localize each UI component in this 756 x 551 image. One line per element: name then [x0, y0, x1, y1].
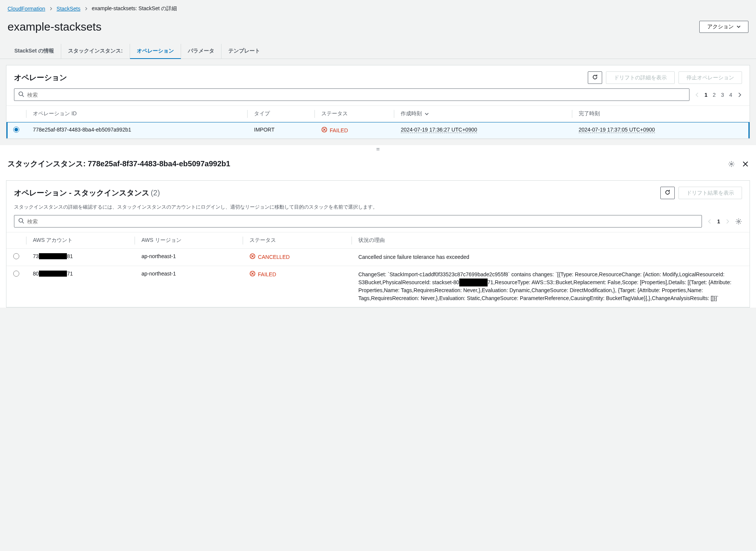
- instance-row[interactable]: 73XXXXXXXX81 ap-northeast-1 CANCELLED: [6, 249, 750, 266]
- svg-line-5: [22, 222, 24, 223]
- reason-value: Cancelled since failure tolerance has ex…: [352, 249, 750, 266]
- instances-subtext: スタックインスタンスの詳細を確認するには、スタックインスタンスのアカウントにログ…: [6, 204, 750, 215]
- instances-pagination: 1: [707, 218, 730, 224]
- operations-pagination: 1 2 3 4: [695, 92, 742, 98]
- instances-table: AWS アカウント AWS リージョン ステータス 状況の理由 73XXXXXX…: [6, 232, 750, 307]
- operations-title: オペレーション: [14, 73, 67, 83]
- error-icon: [249, 253, 256, 260]
- instances-search-input[interactable]: [14, 215, 702, 228]
- end-time-value: 2024-07-19 17:37:05 UTC+0900: [579, 127, 655, 133]
- svg-point-6: [738, 220, 739, 222]
- breadcrumb: CloudFormation StackSets example-stackse…: [0, 0, 756, 17]
- operation-row[interactable]: 778e25af-8f37-4483-8ba4-eb5097a992b1 IMP…: [6, 122, 750, 139]
- refresh-icon: [592, 74, 598, 81]
- col-region[interactable]: AWS リージョン: [135, 232, 243, 249]
- tab-stackset-info[interactable]: StackSet の情報: [8, 44, 61, 59]
- svg-point-3: [731, 163, 732, 164]
- actions-dropdown-button[interactable]: アクション: [699, 21, 748, 33]
- refresh-button[interactable]: [588, 71, 602, 84]
- breadcrumb-stacksets[interactable]: StackSets: [57, 6, 81, 12]
- show-drift-results-button[interactable]: ドリフト結果を表示: [679, 187, 742, 199]
- status-badge: FAILED: [321, 127, 348, 134]
- row-radio[interactable]: [13, 253, 19, 259]
- refresh-instances-button[interactable]: [660, 187, 675, 199]
- col-account[interactable]: AWS アカウント: [26, 232, 135, 249]
- sort-desc-icon: [425, 112, 429, 116]
- row-radio[interactable]: [13, 271, 19, 277]
- col-reason[interactable]: 状況の理由: [352, 232, 750, 249]
- col-end-time[interactable]: 完了時刻: [572, 106, 750, 122]
- search-icon: [18, 91, 24, 98]
- svg-line-1: [22, 95, 24, 97]
- instance-row[interactable]: 80XXXXXXXX71 ap-northeast-1 FAILED: [6, 266, 750, 307]
- status-badge: CANCELLED: [249, 253, 290, 260]
- page-title: example-stacksets: [8, 20, 101, 33]
- prev-page-button[interactable]: [707, 219, 712, 224]
- chevron-right-icon: [84, 6, 88, 12]
- col-operation-id[interactable]: オペレーション ID: [26, 106, 247, 122]
- region-value: ap-northeast-1: [135, 266, 243, 307]
- reason-value: ChangeSet: `StackImport-c1addf0f33523c87…: [352, 266, 750, 307]
- page-3[interactable]: 3: [721, 92, 724, 98]
- tab-operations[interactable]: オペレーション: [130, 44, 181, 59]
- page-1[interactable]: 1: [717, 218, 720, 224]
- detail-title: スタックインスタンス: 778e25af-8f37-4483-8ba4-eb50…: [8, 159, 230, 169]
- region-value: ap-northeast-1: [135, 249, 243, 266]
- pane-resize-handle[interactable]: =: [0, 145, 756, 153]
- tabs: StackSet の情報 スタックインスタンス: オペレーション パラメータ テ…: [0, 44, 756, 59]
- prev-page-button[interactable]: [695, 92, 699, 98]
- next-page-button[interactable]: [737, 92, 742, 98]
- show-drift-button[interactable]: ドリフトの詳細を表示: [606, 71, 675, 84]
- page-1[interactable]: 1: [705, 92, 708, 98]
- error-icon: [321, 127, 327, 134]
- tab-stack-instances[interactable]: スタックインスタンス:: [61, 44, 130, 59]
- settings-icon[interactable]: [735, 218, 742, 225]
- instances-panel: オペレーション - スタックインスタンス (2) ドリフト結果を表示 スタックイ…: [6, 180, 750, 308]
- svg-point-4: [19, 218, 23, 222]
- operations-search-input[interactable]: [14, 88, 689, 101]
- error-icon: [249, 271, 256, 278]
- select-col: [6, 106, 26, 122]
- detail-pane: スタックインスタンス: 778e25af-8f37-4483-8ba4-eb50…: [0, 153, 756, 308]
- operation-type-value: IMPORT: [247, 122, 314, 139]
- instances-count: (2): [151, 189, 160, 197]
- caret-down-icon: [737, 24, 741, 30]
- tab-template[interactable]: テンプレート: [222, 44, 267, 59]
- operations-panel: オペレーション ドリフトの詳細を表示 停止オペレーション: [6, 65, 750, 139]
- create-time-value: 2024-07-19 17:36:27 UTC+0900: [401, 127, 477, 133]
- page-4[interactable]: 4: [729, 92, 732, 98]
- row-radio[interactable]: [13, 127, 19, 133]
- col-create-time[interactable]: 作成時刻: [394, 106, 572, 122]
- breadcrumb-current: example-stacksets: StackSet の詳細: [92, 5, 177, 12]
- account-value: 80XXXXXXXX71: [26, 266, 135, 307]
- operation-id-value: 778e25af-8f37-4483-8ba4-eb5097a992b1: [33, 127, 131, 133]
- account-value: 73XXXXXXXX81: [26, 249, 135, 266]
- next-page-button[interactable]: [725, 219, 730, 224]
- col-type[interactable]: タイプ: [247, 106, 314, 122]
- tab-parameters[interactable]: パラメータ: [181, 44, 222, 59]
- instances-title: オペレーション - スタックインスタンス: [14, 189, 149, 197]
- svg-point-0: [19, 92, 23, 96]
- operations-table: オペレーション ID タイプ ステータス 作成時刻 完了時刻 778e25af-…: [6, 105, 750, 139]
- status-badge: FAILED: [249, 271, 276, 278]
- breadcrumb-root[interactable]: CloudFormation: [8, 6, 45, 12]
- page-2[interactable]: 2: [713, 92, 716, 98]
- chevron-right-icon: [49, 6, 53, 12]
- col-status[interactable]: ステータス: [314, 106, 394, 122]
- col-status[interactable]: ステータス: [243, 232, 352, 249]
- stop-operation-button[interactable]: 停止オペレーション: [679, 71, 742, 84]
- close-icon[interactable]: [742, 161, 748, 167]
- select-col: [6, 232, 26, 249]
- settings-icon[interactable]: [728, 161, 735, 167]
- search-icon: [18, 218, 24, 225]
- refresh-icon: [665, 189, 671, 197]
